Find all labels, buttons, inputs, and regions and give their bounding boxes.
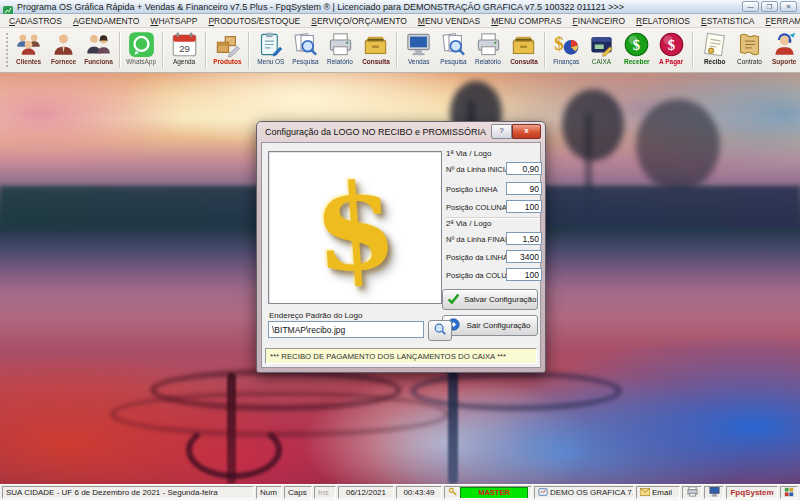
menu-estatistica[interactable]: ESTATISTICA (696, 15, 760, 27)
menu-relatorios[interactable]: RELATORIOS (631, 15, 695, 27)
toolbar-button-relatorio-vendas[interactable]: Relatório (471, 29, 506, 71)
toolbar-button-pesquisa-os[interactable]: Pesquisa (288, 29, 323, 71)
search-docs-icon (292, 31, 319, 58)
toolbar-separator (119, 32, 121, 68)
field-label: Posição LINHA (446, 185, 498, 194)
toolbar-button-menu-os[interactable]: Menu OS (253, 29, 288, 71)
posicao-da-coluna-input[interactable] (506, 268, 542, 281)
computer-icon (709, 486, 720, 499)
app-window: { "window": { "title": "Programa OS Gráf… (0, 0, 800, 500)
toolbar-button-consulta-os[interactable]: Consulta (358, 29, 393, 71)
toolbar-button-contrato[interactable]: Contrato (732, 29, 767, 71)
posicao-coluna-input[interactable] (506, 200, 542, 213)
field-row: Posição COLUNA (444, 200, 544, 215)
posicao-da-linha-input[interactable] (506, 250, 542, 263)
posicao-linha-input[interactable] (506, 182, 542, 195)
app-icon (3, 2, 13, 12)
toolbar-button-consulta-vendas[interactable]: Consulta (506, 29, 541, 71)
drawer-icon (510, 31, 537, 58)
toolbar-group-financeiro: $ Finanças CAIXA $ Receber $ A Pagar (549, 29, 689, 71)
toolbar-button-whatsapp[interactable]: WhatsApp (124, 29, 159, 71)
status-caps-lock: Caps (284, 486, 312, 499)
printer-icon (687, 486, 698, 499)
field-label: Posição COLUNA (446, 203, 507, 212)
dialog-close-button[interactable]: x (512, 124, 541, 139)
logo-path-label: Endereço Padrão do Logo (269, 311, 362, 320)
toolbar-button-funcionario[interactable]: Funciona (81, 29, 116, 71)
toolbar-separator (396, 32, 398, 68)
linha-inicial-input[interactable] (506, 162, 542, 175)
tree-silhouette (636, 99, 720, 191)
clients-icon (15, 31, 42, 58)
status-insert: Ins (314, 486, 336, 499)
toolbar-button-financas[interactable]: $ Finanças (549, 29, 584, 71)
toolbar-button-clientes[interactable]: Clientes (11, 29, 46, 71)
toolbar-button-agenda[interactable]: 29 Agenda (167, 29, 202, 71)
window-controls: — ❐ ✕ (742, 1, 797, 12)
status-printer[interactable] (682, 486, 702, 499)
minimize-button[interactable]: — (742, 1, 759, 12)
printer-icon (327, 31, 354, 58)
menu-financeiro[interactable]: FINANCEIRO (568, 15, 630, 27)
check-icon (447, 291, 460, 309)
menu-servico-orcamento[interactable]: SERVIÇO/ORÇAMENTO (306, 15, 412, 27)
pay-money-icon: $ (658, 31, 685, 58)
menu-compras[interactable]: MENU COMPRAS (486, 15, 566, 27)
dialog-help-button[interactable]: ? (491, 124, 512, 139)
toolbar-button-relatorio-os[interactable]: Relatório (323, 29, 358, 71)
toolbar-button-pesquisa-vendas[interactable]: Pesquisa (436, 29, 471, 71)
water-ripple (410, 371, 622, 411)
menu-ferramentas[interactable]: FERRAMENTAS (761, 15, 800, 27)
browse-logo-button[interactable] (428, 320, 452, 341)
monitor-icon (405, 31, 432, 58)
menu-vendas[interactable]: MENU VENDAS (413, 15, 485, 27)
toolbar-separator (162, 32, 164, 68)
menu-produtos-estoque[interactable]: PRODUTOS/ESTOQUE (203, 15, 305, 27)
menu-agendamento[interactable]: AGENDAMENTO (68, 15, 144, 27)
field-row: Posição da LINHA (444, 250, 544, 265)
window-title: Programa OS Gráfica Rápida + Vendas & Fi… (17, 2, 742, 12)
field-row: Posição LINHA (444, 182, 544, 197)
status-date: 06/12/2021 (338, 486, 394, 499)
status-brand: FpqSystem (726, 486, 778, 499)
menu-cadastros[interactable]: CADASTROS (4, 15, 67, 27)
magnifier-icon (433, 322, 447, 340)
menu-bar: CADASTROS AGENDAMENTO WHATSAPP PRODUTOS/… (0, 14, 800, 28)
logo-preview: $ (268, 151, 442, 304)
svg-text:$: $ (554, 33, 564, 54)
linha-final-input[interactable] (506, 232, 542, 245)
status-email[interactable]: Email (636, 486, 680, 499)
toolbar-button-produtos[interactable]: Produtos (210, 29, 245, 71)
supplier-icon (50, 31, 77, 58)
menu-whatsapp[interactable]: WHATSAPP (145, 15, 202, 27)
toolbar: Clientes Fornece Funciona WhatsApp 29 Ag… (0, 28, 800, 73)
contract-icon (736, 31, 763, 58)
dialog-titlebar[interactable]: Configuração da LOGO NO RECIBO e PROMISS… (257, 122, 545, 141)
toolbar-button-caixa[interactable]: CAIXA (584, 29, 619, 71)
field-label: Nº da Linha INICIAL (446, 165, 514, 174)
maximize-button[interactable]: ❐ (761, 1, 778, 12)
status-num-lock: Num (256, 486, 282, 499)
save-config-button[interactable]: Salvar Configuração (442, 289, 538, 310)
svg-text:$: $ (668, 37, 675, 53)
employees-icon (85, 31, 112, 58)
toolbar-group-vendas: Vendas Pesquisa Relatório Consulta (401, 29, 541, 71)
toolbar-button-receber[interactable]: $ Receber (619, 29, 654, 71)
exit-config-button[interactable]: Sair Configuração (442, 315, 538, 336)
close-button[interactable]: ✕ (780, 1, 797, 12)
user-badge: MASTER (460, 487, 528, 499)
logo-path-input[interactable] (268, 321, 424, 338)
dialog-title: Configuração da LOGO NO RECIBO e PROMISS… (265, 127, 491, 137)
toolbar-button-suporte[interactable]: Suporte (767, 29, 800, 71)
status-time: 00:43:49 (396, 486, 442, 499)
receipt-note: *** RECIBO DE PAGAMENTO DOS LANÇAMENTOS … (265, 348, 537, 364)
status-modules[interactable] (780, 486, 798, 499)
toolbar-separator (205, 32, 207, 68)
toolbar-button-a-pagar[interactable]: $ A Pagar (654, 29, 689, 71)
window-titlebar: Programa OS Gráfica Rápida + Vendas & Fi… (0, 0, 800, 14)
toolbar-button-fornecedor[interactable]: Fornece (46, 29, 81, 71)
toolbar-button-vendas[interactable]: Vendas (401, 29, 436, 71)
toolbar-button-recibo[interactable]: Recibo (697, 29, 732, 71)
grid-icon (784, 487, 794, 499)
status-terminal[interactable] (704, 486, 724, 499)
